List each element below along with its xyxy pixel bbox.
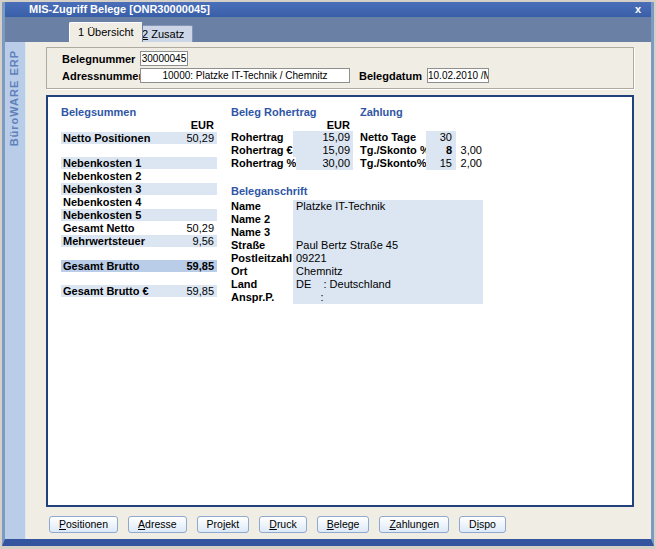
belege-button[interactable]: Belege <box>317 516 370 533</box>
section-belegsummen: Belegsummen EUR Netto Positionen 50,29 N… <box>61 106 217 297</box>
row-label: Land <box>231 278 293 291</box>
belegdatum-label: Belegdatum <box>359 69 422 83</box>
row-value <box>174 183 217 195</box>
row-label: Rohertrag € <box>231 144 293 157</box>
row-value <box>174 209 217 221</box>
row-percent: 3,00 <box>456 144 482 157</box>
belegnummer-input[interactable] <box>140 51 188 66</box>
btn-accelerator: A <box>138 518 145 530</box>
row-label: Gesamt Netto <box>61 222 174 234</box>
row-value: 30,00 <box>296 157 353 170</box>
summary-row-netto-positionen: Netto Positionen 50,29 <box>61 132 217 144</box>
tab-strip: 1 Übersicht 2 Zusatz <box>5 17 651 42</box>
btn-text: ositionen <box>66 518 108 530</box>
row-value: 9,56 <box>174 235 217 247</box>
row-label: Postleitzahl <box>231 252 293 265</box>
btn-text: ekt <box>225 518 239 530</box>
tab-page-uebersicht: Belegnummer Adressnummer Belegdatum Bele… <box>26 42 651 539</box>
row-value <box>174 157 217 169</box>
row-label: Gesamt Brutto € <box>61 285 174 297</box>
btn-accelerator: P <box>59 518 66 530</box>
anschrift-row-land: Land DE : Deutschland <box>231 278 483 291</box>
row-label: Rohertrag % <box>231 157 296 170</box>
btn-accelerator: B <box>327 518 334 530</box>
belegdatum-input[interactable] <box>427 68 489 83</box>
row-value <box>174 196 217 208</box>
document-header-group: Belegnummer Adressnummer Belegdatum <box>46 47 634 89</box>
row-label: Netto Positionen <box>61 132 174 144</box>
btn-accelerator: D <box>269 518 277 530</box>
summary-row-nebenkosten-2: Nebenkosten 2 <box>61 170 217 182</box>
row-value: 50,29 <box>174 222 217 234</box>
druck-button[interactable]: Druck <box>259 516 306 533</box>
summary-row-nebenkosten-1: Nebenkosten 1 <box>61 157 217 169</box>
zahlung-row-skonto-1: Tg./Skonto % 8 3,00 <box>360 144 482 157</box>
rohertrag-row-eur: Rohertrag € 15,09 <box>231 144 353 157</box>
row-percent: 2,00 <box>456 157 482 170</box>
rohertrag-row-percent: Rohertrag % 30,00 <box>231 157 353 170</box>
summary-row-gesamt-brutto-eur: Gesamt Brutto € 59,85 <box>61 285 217 297</box>
row-value <box>293 213 483 226</box>
tab-uebersicht-label: 1 Übersicht <box>78 26 134 38</box>
adressnummer-label: Adressnummer <box>62 69 143 83</box>
anschrift-row-name2: Name 2 <box>231 213 483 226</box>
summary-row-nebenkosten-3: Nebenkosten 3 <box>61 183 217 195</box>
row-value: 09221 <box>293 252 483 265</box>
zahlung-header-spacer <box>360 119 482 131</box>
section-rohertrag: Beleg Rohertrag EUR Rohertrag 15,09 Rohe… <box>231 106 353 170</box>
row-value: Chemnitz <box>293 265 483 278</box>
close-icon[interactable]: x <box>635 2 641 16</box>
tab-uebersicht[interactable]: 1 Übersicht <box>69 22 143 42</box>
brand-side-strip: BüroWARE ERP <box>5 42 26 539</box>
adresse-button[interactable]: Adresse <box>128 516 187 533</box>
positionen-button[interactable]: Positionen <box>49 516 118 533</box>
row-label: Netto Tage <box>360 131 426 144</box>
anschrift-row-name3: Name 3 <box>231 226 483 239</box>
row-percent <box>456 131 482 144</box>
rohertrag-currency-header: EUR <box>231 119 353 131</box>
detail-panel: Belegsummen EUR Netto Positionen 50,29 N… <box>46 95 634 507</box>
action-button-row: Positionen Adresse Projekt Druck Belege … <box>49 516 506 533</box>
row-value: 15,09 <box>293 131 353 144</box>
projekt-button[interactable]: Projekt <box>197 516 250 533</box>
row-value: 59,85 <box>174 285 217 297</box>
app-window: MIS-Zugriff Belege [ONR30000045] x 1 Übe… <box>2 2 654 546</box>
rohertrag-row: Rohertrag 15,09 <box>231 131 353 144</box>
beleganschrift-title: Beleganschrift <box>231 185 483 198</box>
row-label: Tg./Skonto % <box>360 144 426 157</box>
btn-text: Pro <box>207 518 223 530</box>
btn-text: D <box>469 518 477 530</box>
row-label: Rohertrag <box>231 131 293 144</box>
row-value: Platzke IT-Technik <box>293 200 483 213</box>
summary-row-mehrwertsteuer: Mehrwertsteuer 9,56 <box>61 235 217 247</box>
belegsummen-title: Belegsummen <box>61 106 217 119</box>
section-beleganschrift: Beleganschrift Name Platzke IT-Technik N… <box>231 185 483 304</box>
row-label: Nebenkosten 3 <box>61 183 174 195</box>
row-label: Nebenkosten 1 <box>61 157 174 169</box>
btn-text: ahlungen <box>396 518 439 530</box>
row-days: 15 <box>426 157 456 170</box>
row-label: Name 3 <box>231 226 293 239</box>
row-label: Nebenkosten 4 <box>61 196 174 208</box>
summary-row-gesamt-brutto: Gesamt Brutto 59,85 <box>61 260 217 272</box>
row-value <box>174 170 217 182</box>
anschrift-row-ort: Ort Chemnitz <box>231 265 483 278</box>
row-label: Straße <box>231 239 293 252</box>
row-value: DE : Deutschland <box>293 278 483 291</box>
zahlungen-button[interactable]: Zahlungen <box>379 516 449 533</box>
title-bar[interactable]: MIS-Zugriff Belege [ONR30000045] x <box>5 2 651 17</box>
row-label: Nebenkosten 2 <box>61 170 174 182</box>
adressnummer-input[interactable] <box>140 68 350 83</box>
row-value: 50,29 <box>174 132 217 144</box>
dispo-button[interactable]: Dispo <box>459 516 506 533</box>
summary-row-nebenkosten-5: Nebenkosten 5 <box>61 209 217 221</box>
row-label: Nebenkosten 5 <box>61 209 174 221</box>
row-label: Name <box>231 200 293 213</box>
window-title: MIS-Zugriff Belege [ONR30000045] <box>29 3 210 15</box>
row-value: : <box>293 291 483 304</box>
btn-text: ruck <box>277 518 297 530</box>
section-zahlung: Zahlung Netto Tage 30 Tg./Skonto % 8 3,0… <box>360 106 482 170</box>
anschrift-row-strasse: Straße Paul Bertz Straße 45 <box>231 239 483 252</box>
brand-vertical-text: BüroWARE ERP <box>8 50 20 146</box>
summary-row-gesamt-netto: Gesamt Netto 50,29 <box>61 222 217 234</box>
